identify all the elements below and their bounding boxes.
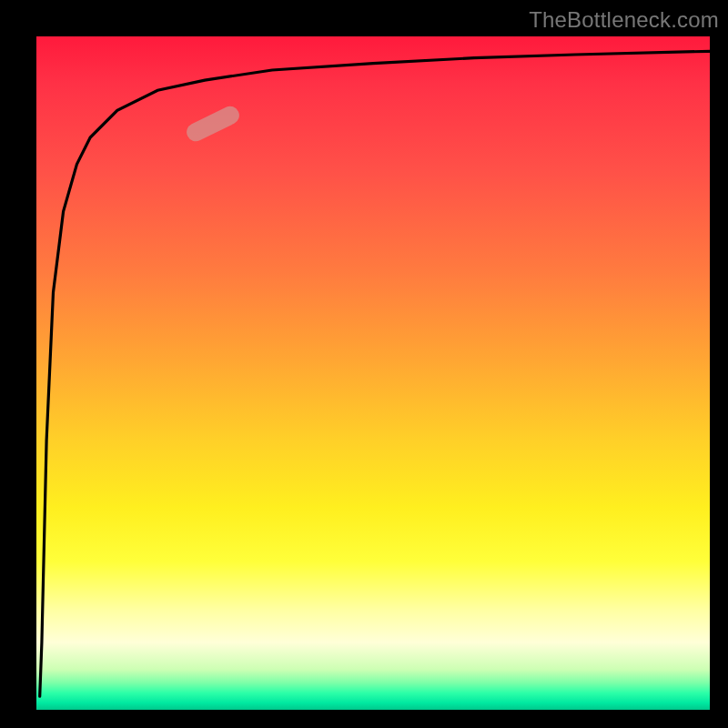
bottleneck-curve-path: [40, 51, 710, 696]
watermark-text: TheBottleneck.com: [529, 7, 719, 33]
curve-svg: [36, 36, 710, 710]
chart-container: TheBottleneck.com: [0, 0, 728, 728]
plot-area: [36, 36, 710, 710]
